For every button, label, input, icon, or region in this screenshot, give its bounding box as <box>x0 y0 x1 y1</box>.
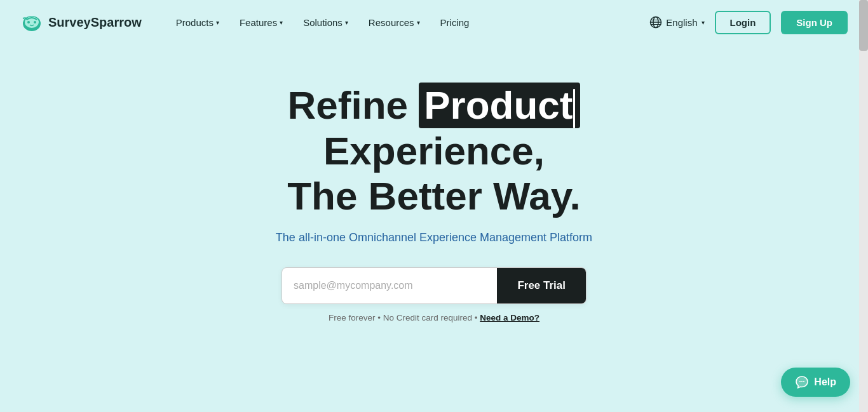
scrollbar-thumb[interactable] <box>859 0 868 51</box>
login-button[interactable]: Login <box>715 11 771 34</box>
free-trial-button[interactable]: Free Trial <box>497 268 586 303</box>
chat-bubble-icon <box>795 375 809 389</box>
svg-point-2 <box>27 21 30 23</box>
svg-point-9 <box>799 381 801 382</box>
nav-products[interactable]: Products ▾ <box>167 12 228 33</box>
email-input[interactable] <box>282 268 497 303</box>
globe-icon <box>649 16 662 29</box>
signup-button[interactable]: Sign Up <box>781 11 848 34</box>
help-button[interactable]: Help <box>781 368 850 397</box>
resources-chevron-icon: ▾ <box>417 19 420 26</box>
language-label: English <box>666 17 697 28</box>
help-label: Help <box>814 376 836 388</box>
nav-pricing[interactable]: Pricing <box>431 12 478 33</box>
nav-features[interactable]: Features ▾ <box>231 12 292 33</box>
nav-right: English ▾ Login Sign Up <box>649 11 848 34</box>
cursor-bar <box>573 89 575 128</box>
hero-highlight: Product <box>419 83 580 128</box>
language-chevron-icon: ▾ <box>702 19 705 26</box>
nav-solutions[interactable]: Solutions ▾ <box>294 12 357 33</box>
hero-note: Free forever • No Credit card required •… <box>329 313 539 322</box>
products-chevron-icon: ▾ <box>216 19 219 26</box>
demo-link[interactable]: Need a Demo? <box>480 313 539 322</box>
solutions-chevron-icon: ▾ <box>345 19 348 26</box>
hero-section: Refine Product Experience, The Better Wa… <box>0 44 868 348</box>
logo-text: SurveySparrow <box>48 15 142 30</box>
scrollbar[interactable] <box>859 0 868 412</box>
features-chevron-icon: ▾ <box>280 19 283 26</box>
logo[interactable]: SurveySparrow <box>20 11 142 34</box>
nav-links: Products ▾ Features ▾ Solutions ▾ Resour… <box>167 12 650 33</box>
svg-point-3 <box>34 21 36 23</box>
hero-heading: Refine Product Experience, The Better Wa… <box>173 83 695 218</box>
navbar: SurveySparrow Products ▾ Features ▾ Solu… <box>0 0 868 44</box>
hero-subtitle: The all-in-one Omnichannel Experience Ma… <box>276 231 592 244</box>
logo-icon <box>20 11 43 34</box>
nav-resources[interactable]: Resources ▾ <box>360 12 429 33</box>
language-selector[interactable]: English ▾ <box>649 16 704 29</box>
hero-cta-container: Free Trial <box>281 267 587 304</box>
svg-point-11 <box>803 381 804 382</box>
svg-point-10 <box>801 381 803 382</box>
